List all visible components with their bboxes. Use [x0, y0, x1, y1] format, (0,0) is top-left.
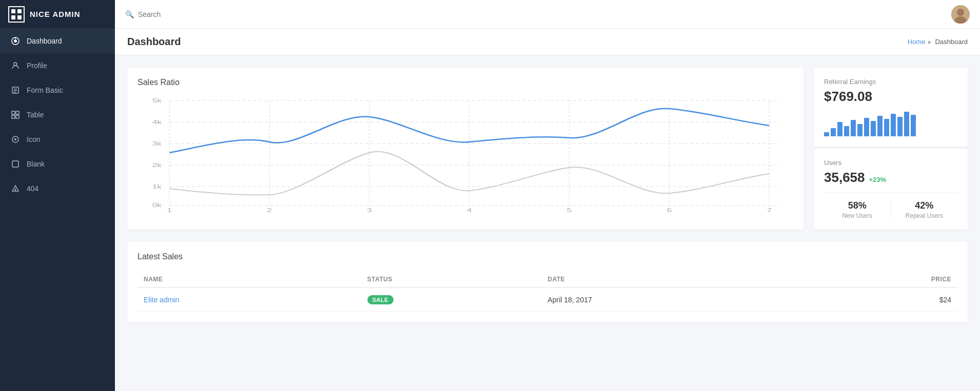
- latest-sales-card: Latest Sales NAME STATUS DATE PRICE Elit…: [127, 242, 968, 322]
- sidebar-item-dashboard-label: Dashboard: [27, 37, 62, 45]
- breadcrumb-current: Dashboard: [935, 38, 968, 46]
- svg-point-8: [14, 63, 17, 66]
- svg-rect-1: [17, 9, 22, 13]
- referral-bar: [871, 121, 876, 136]
- brand-logo-icon: N: [11, 9, 22, 19]
- sidebar-item-form-label: Form Basic: [27, 86, 63, 94]
- svg-rect-3: [17, 15, 22, 19]
- svg-text:4: 4: [467, 207, 472, 213]
- svg-text:1: 1: [167, 207, 172, 213]
- breadcrumb-separator: ▸: [928, 38, 932, 46]
- referral-bar: [831, 128, 836, 136]
- referral-card: Referral Earnings $769.08: [814, 68, 968, 147]
- svg-point-6: [14, 39, 17, 43]
- search-input[interactable]: [138, 10, 241, 18]
- svg-point-21: [15, 190, 16, 191]
- sidebar: N NICE ADMIN Dashboard Profile: [0, 0, 115, 391]
- cell-price: $24: [806, 287, 957, 312]
- new-users-pct: 58%: [824, 200, 891, 211]
- page-header: Dashboard Home ▸ Dashboard: [115, 29, 980, 55]
- table-body: Elite adminSALEApril 18, 2017$24: [138, 287, 957, 312]
- svg-rect-16: [16, 115, 19, 118]
- users-count: 35,658: [824, 170, 865, 186]
- users-count-row: 35,658 +23%: [824, 170, 957, 186]
- avatar[interactable]: [951, 5, 970, 24]
- svg-rect-14: [16, 111, 19, 114]
- repeat-users-pct: 42%: [891, 200, 958, 211]
- repeat-users-label: Repeat Users: [891, 212, 958, 219]
- icon-icon: [10, 134, 21, 145]
- svg-rect-2: [11, 15, 15, 19]
- sidebar-item-blank[interactable]: Blank: [0, 152, 115, 176]
- svg-text:3k: 3k: [152, 140, 162, 147]
- svg-rect-15: [12, 115, 15, 118]
- referral-amount: $769.08: [824, 89, 957, 105]
- sidebar-item-404[interactable]: 404: [0, 176, 115, 201]
- breadcrumb: Home ▸ Dashboard: [908, 38, 968, 46]
- referral-bar: [904, 112, 909, 136]
- sales-ratio-title: Sales Ratio: [138, 78, 793, 87]
- table-row: Elite adminSALEApril 18, 2017$24: [138, 287, 957, 312]
- sidebar-item-table-label: Table: [27, 111, 44, 119]
- stats-panel: Referral Earnings $769.08 Users 35,658 +…: [814, 68, 968, 230]
- blank-icon: [10, 159, 21, 169]
- svg-text:7: 7: [767, 207, 772, 213]
- sales-ratio-card: Sales Ratio .grid-line { stroke: #ddd; s…: [127, 68, 803, 230]
- brand-header: N NICE ADMIN: [0, 0, 115, 29]
- form-icon: [10, 85, 21, 95]
- referral-bar: [837, 122, 842, 136]
- referral-bar: [891, 114, 896, 136]
- referral-bar: [844, 126, 849, 136]
- sidebar-item-blank-label: Blank: [27, 160, 45, 168]
- referral-bar: [897, 117, 903, 136]
- col-price: PRICE: [806, 272, 957, 287]
- referral-title: Referral Earnings: [824, 78, 957, 86]
- referral-bar: [857, 124, 863, 136]
- page-title: Dashboard: [127, 36, 181, 48]
- cell-name[interactable]: Elite admin: [138, 287, 361, 312]
- referral-bar: [864, 118, 869, 136]
- col-status: STATUS: [361, 272, 542, 287]
- sidebar-item-dashboard[interactable]: Dashboard: [0, 29, 115, 53]
- dashboard-icon: [10, 36, 21, 46]
- brand-name: NICE ADMIN: [30, 10, 81, 18]
- referral-bar: [884, 119, 889, 136]
- cell-date: April 18, 2017: [541, 287, 806, 312]
- svg-text:6: 6: [667, 207, 672, 213]
- brand-logo: N: [8, 6, 25, 23]
- row-name-link[interactable]: Elite admin: [144, 296, 179, 304]
- users-growth: +23%: [869, 176, 887, 183]
- sidebar-item-form-basic[interactable]: Form Basic: [0, 78, 115, 102]
- warning-icon: [10, 183, 21, 194]
- new-users-label: New Users: [824, 212, 891, 219]
- sidebar-item-profile-label: Profile: [27, 61, 47, 70]
- new-users-segment: 58% New Users: [824, 200, 891, 219]
- svg-text:3: 3: [367, 207, 372, 213]
- topbar: 🔍: [115, 0, 980, 29]
- col-name: NAME: [138, 272, 361, 287]
- table-icon: [10, 110, 21, 120]
- referral-bar: [851, 120, 856, 136]
- svg-rect-19: [12, 161, 18, 167]
- sidebar-item-404-label: 404: [27, 184, 38, 193]
- breadcrumb-home[interactable]: Home: [908, 38, 926, 46]
- svg-text:5k: 5k: [152, 97, 162, 104]
- sales-ratio-chart: .grid-line { stroke: #ddd; stroke-width:…: [138, 95, 793, 213]
- svg-point-23: [957, 9, 964, 16]
- sidebar-item-icon[interactable]: Icon: [0, 127, 115, 152]
- search-icon: 🔍: [125, 10, 134, 18]
- top-row: Sales Ratio .grid-line { stroke: #ddd; s…: [127, 68, 968, 230]
- repeat-users-segment: 42% Repeat Users: [891, 200, 958, 219]
- table-header: NAME STATUS DATE PRICE: [138, 272, 957, 287]
- svg-text:0k: 0k: [152, 202, 162, 208]
- sidebar-item-profile[interactable]: Profile: [0, 53, 115, 78]
- users-title: Users: [824, 159, 957, 167]
- svg-text:2: 2: [267, 207, 272, 213]
- svg-text:2k: 2k: [152, 162, 162, 168]
- sidebar-item-table[interactable]: Table: [0, 102, 115, 127]
- col-date: DATE: [541, 272, 806, 287]
- svg-text:4k: 4k: [152, 119, 162, 125]
- status-badge: SALE: [367, 295, 394, 304]
- referral-bar: [824, 132, 829, 136]
- profile-icon: [10, 60, 21, 71]
